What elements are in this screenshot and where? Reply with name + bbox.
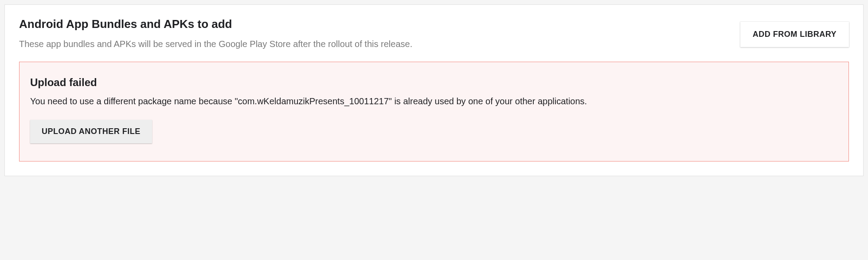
upload-section-card: Android App Bundles and APKs to add Thes… [4,4,864,176]
error-message: You need to use a different package name… [30,95,838,107]
header-text: Android App Bundles and APKs to add Thes… [19,17,740,62]
add-from-library-button[interactable]: ADD FROM LIBRARY [740,22,849,47]
upload-error-panel: Upload failed You need to use a differen… [19,62,849,162]
section-title: Android App Bundles and APKs to add [19,17,740,31]
upload-another-file-button[interactable]: UPLOAD ANOTHER FILE [30,120,152,143]
section-description: These app bundles and APKs will be serve… [19,39,740,49]
error-title: Upload failed [30,76,838,89]
header-row: Android App Bundles and APKs to add Thes… [19,17,849,62]
